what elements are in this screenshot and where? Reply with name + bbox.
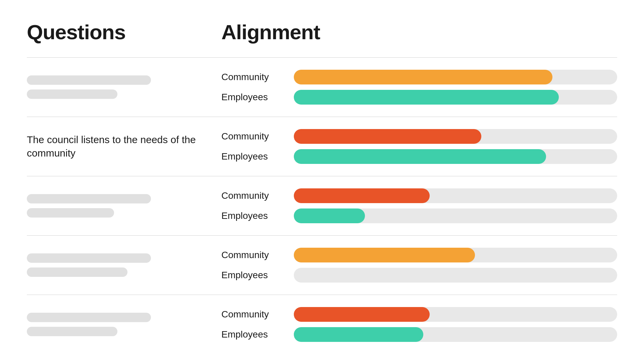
row-4-community-item: Community	[221, 248, 617, 262]
row-5-question	[27, 313, 221, 336]
row-4-employees-item: Employees	[221, 268, 617, 283]
row-5-employees-bar	[294, 327, 423, 342]
row-3-community-item: Community	[221, 188, 617, 203]
row-2-alignment: Community Employees	[221, 129, 617, 164]
row-5-community-label: Community	[221, 309, 288, 320]
row-2-question: The council listens to the needs of the …	[27, 133, 221, 160]
row-3-community-track	[294, 188, 617, 203]
placeholder-bar	[27, 267, 127, 277]
row-2-employees-bar	[294, 149, 546, 164]
row-3-community-label: Community	[221, 190, 288, 201]
row-4-employees-label: Employees	[221, 270, 288, 281]
placeholder-bar	[27, 253, 151, 263]
row-5: Community Employees	[27, 295, 617, 354]
page-container: Questions Alignment Community Employees	[0, 0, 644, 362]
row-4-placeholder	[27, 253, 208, 277]
row-4-employees-track	[294, 268, 617, 283]
placeholder-bar	[27, 194, 151, 203]
questions-title: Questions	[27, 20, 221, 44]
header-row: Questions Alignment	[27, 20, 617, 44]
row-2-question-text: The council listens to the needs of the …	[27, 133, 208, 160]
alignment-title: Alignment	[221, 20, 617, 44]
row-5-employees-track	[294, 327, 617, 342]
row-4-question	[27, 253, 221, 277]
row-5-community-track	[294, 307, 617, 322]
row-4-community-bar	[294, 248, 475, 262]
row-3-employees-item: Employees	[221, 208, 617, 223]
row-5-community-item: Community	[221, 307, 617, 322]
row-2-employees-label: Employees	[221, 151, 288, 162]
row-2-community-bar	[294, 129, 481, 144]
row-1-placeholder	[27, 75, 208, 99]
row-1-employees-label: Employees	[221, 92, 288, 103]
row-1-community-item: Community	[221, 70, 617, 84]
placeholder-bar	[27, 313, 151, 322]
row-2-employees-item: Employees	[221, 149, 617, 164]
row-1-community-label: Community	[221, 72, 288, 82]
alignment-header-col: Alignment	[221, 20, 617, 44]
row-3-employees-label: Employees	[221, 210, 288, 221]
row-2-community-track	[294, 129, 617, 144]
row-1-employees-track	[294, 90, 617, 105]
placeholder-bar	[27, 75, 151, 85]
row-4-alignment: Community Employees	[221, 248, 617, 283]
row-4-community-label: Community	[221, 250, 288, 260]
row-1: Community Employees	[27, 58, 617, 117]
questions-header-col: Questions	[27, 20, 221, 44]
placeholder-bar	[27, 327, 117, 336]
row-5-alignment: Community Employees	[221, 307, 617, 342]
row-3-employees-bar	[294, 208, 365, 223]
row-3-placeholder	[27, 194, 208, 218]
row-3-employees-track	[294, 208, 617, 223]
placeholder-bar	[27, 208, 114, 218]
row-2: The council listens to the needs of the …	[27, 117, 617, 176]
row-3-question	[27, 194, 221, 218]
row-5-placeholder	[27, 313, 208, 336]
row-5-employees-item: Employees	[221, 327, 617, 342]
row-1-employees-bar	[294, 90, 559, 105]
row-5-employees-label: Employees	[221, 329, 288, 340]
row-3-alignment: Community Employees	[221, 188, 617, 223]
placeholder-bar	[27, 89, 117, 99]
row-2-community-item: Community	[221, 129, 617, 144]
row-4-community-track	[294, 248, 617, 262]
row-4: Community Employees	[27, 236, 617, 295]
row-1-employees-item: Employees	[221, 90, 617, 105]
row-3: Community Employees	[27, 176, 617, 235]
row-2-community-label: Community	[221, 131, 288, 142]
row-1-alignment: Community Employees	[221, 70, 617, 105]
row-5-community-bar	[294, 307, 430, 322]
row-1-community-bar	[294, 70, 552, 84]
row-3-community-bar	[294, 188, 430, 203]
row-1-community-track	[294, 70, 617, 84]
row-1-question	[27, 75, 221, 99]
row-2-employees-track	[294, 149, 617, 164]
